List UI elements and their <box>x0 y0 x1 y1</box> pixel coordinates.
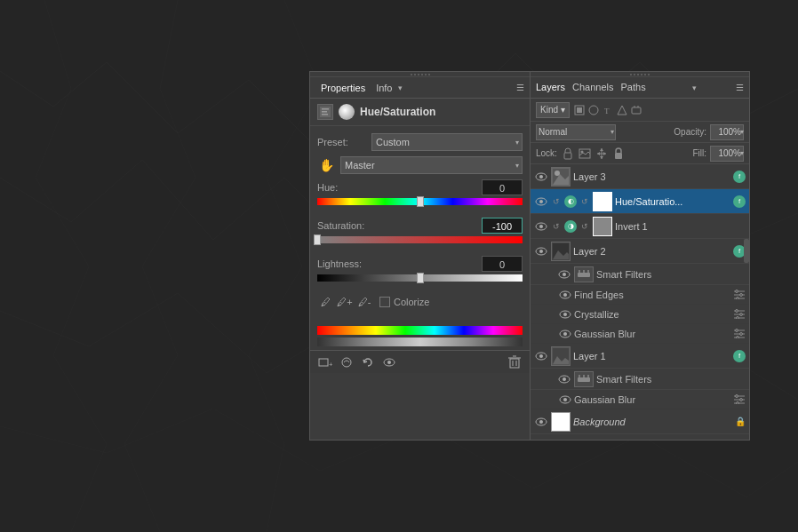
list-item[interactable]: Layer 3 f <box>531 164 749 189</box>
hand-tool-icon[interactable]: ✋ <box>317 156 335 174</box>
tab-properties[interactable]: Properties <box>315 81 371 95</box>
layer-fx4-circle-icon[interactable]: f <box>733 350 746 362</box>
saturation-slider-container[interactable] <box>317 236 523 249</box>
filter-visibility-icon[interactable] <box>559 328 571 340</box>
layer-visibility-icon[interactable] <box>557 267 571 282</box>
master-row: ✋ Master Reds Yellows Greens Cyans Blues… <box>317 156 523 174</box>
filter-type-icon[interactable]: T <box>602 104 614 116</box>
list-item[interactable]: Gaussian Blur <box>531 390 749 409</box>
preset-dropdown[interactable]: Custom Default <box>371 133 523 151</box>
list-item[interactable]: Layer 2 f <box>531 239 749 264</box>
lock-transparent-icon[interactable] <box>561 147 575 161</box>
saturation-slider-track[interactable] <box>317 236 523 243</box>
layer-visibility-icon[interactable] <box>534 244 548 258</box>
layer-fx-circle-icon[interactable]: f <box>733 171 746 183</box>
svg-rect-4 <box>319 359 328 366</box>
hue-slider-thumb[interactable] <box>417 196 424 207</box>
layer-link-icon[interactable]: ↺ <box>551 195 562 208</box>
hue-value[interactable]: 0 <box>482 179 523 195</box>
lightness-value[interactable]: 0 <box>482 256 523 272</box>
colorize-checkbox[interactable] <box>379 297 390 307</box>
filter-options-icon[interactable] <box>733 328 746 340</box>
layers-list[interactable]: Layer 3 f ↺ ◐ ↺ Hue/Saturatio... f <box>531 164 749 440</box>
tab-layers[interactable]: Layers <box>536 80 572 96</box>
layer-visibility-icon[interactable] <box>534 195 548 209</box>
filter-pixel-icon[interactable] <box>573 104 586 116</box>
list-item[interactable]: Crystallize <box>531 305 749 324</box>
layer-visibility-icon[interactable] <box>534 219 548 234</box>
eyedropper-add-icon[interactable]: 🖊+ <box>337 294 353 310</box>
layer-chain2-icon[interactable]: ↺ <box>579 195 590 208</box>
layer-visibility-icon[interactable] <box>534 415 548 429</box>
saturation-value[interactable]: -100 <box>482 218 523 234</box>
layers-menu-btn[interactable]: ☰ <box>736 83 744 92</box>
channel-dropdown[interactable]: Master Reds Yellows Greens Cyans Blues M… <box>340 156 523 174</box>
properties-toolbar: + <box>310 350 530 373</box>
filter-visibility-icon[interactable] <box>559 393 571 406</box>
filter-options-icon[interactable] <box>733 393 746 406</box>
layer-mask-thumbnail[interactable] <box>593 217 612 236</box>
filter-smart-icon[interactable] <box>630 104 642 116</box>
list-item[interactable]: Background 🔒 <box>531 409 749 434</box>
layer-chain3-icon[interactable]: ↺ <box>579 220 590 233</box>
list-item[interactable]: Gaussian Blur <box>531 324 749 344</box>
filter-visibility-icon[interactable] <box>559 308 571 321</box>
fill-input[interactable] <box>710 146 744 162</box>
add-to-mask-icon[interactable]: + <box>317 354 333 370</box>
list-item[interactable]: Find Edges <box>531 285 749 305</box>
filter-name: Gaussian Blur <box>574 329 730 339</box>
delete-icon[interactable] <box>507 354 523 370</box>
eyedropper-set-icon[interactable]: 🖊 <box>317 294 333 310</box>
lightness-slider-track[interactable] <box>317 274 523 282</box>
filter-adjustment-icon[interactable] <box>587 104 600 116</box>
hue-slider-track[interactable] <box>317 198 523 205</box>
svg-point-74 <box>737 336 739 338</box>
list-item[interactable]: Smart Filters <box>531 264 749 285</box>
list-item[interactable]: ↺ ◐ ↺ Hue/Saturatio... f <box>531 189 749 214</box>
tab-paths[interactable]: Paths <box>621 80 653 96</box>
layer-name: Layer 1 <box>573 351 730 361</box>
lightness-slider-thumb[interactable] <box>417 273 424 283</box>
clip-to-layer-icon[interactable] <box>339 354 355 370</box>
kind-dropdown[interactable]: Kind ▾ <box>536 102 570 118</box>
lock-image-icon[interactable] <box>578 147 592 161</box>
properties-panel-header: Properties Info ▾ ☰ <box>310 77 530 99</box>
list-item[interactable]: Layer 1 f <box>531 344 749 369</box>
tab-channels[interactable]: Channels <box>572 80 620 96</box>
svg-point-57 <box>740 293 743 296</box>
layer-mask-thumbnail[interactable] <box>593 192 612 211</box>
filter-shape-icon[interactable] <box>616 104 628 116</box>
blend-mode-dropdown[interactable]: Normal Dissolve Multiply Screen Overlay <box>536 124 616 140</box>
eyedropper-subtract-icon[interactable]: 🖊- <box>356 294 372 310</box>
list-item[interactable]: ↺ ◑ ↺ Invert 1 <box>531 214 749 239</box>
layer-link3-icon[interactable]: ↺ <box>551 220 562 233</box>
svg-marker-30 <box>603 152 606 155</box>
svg-rect-81 <box>578 377 590 382</box>
lock-fill-row: Lock: Fill: ▾ <box>531 143 749 164</box>
layers-panel-header: Layers Channels Paths ▾ ☰ <box>531 77 749 99</box>
layers-collapse-btn[interactable]: ▾ <box>692 83 697 92</box>
filter-options-icon[interactable] <box>733 308 746 321</box>
opacity-input[interactable] <box>710 124 744 140</box>
visibility-toggle-icon[interactable] <box>381 354 397 370</box>
panel-menu-btn[interactable]: ☰ <box>516 83 524 92</box>
layer-fx2-circle-icon[interactable]: f <box>733 195 746 208</box>
panel-collapse-btn[interactable]: ▾ <box>398 83 403 92</box>
filter-options-icon[interactable] <box>733 289 746 301</box>
hue-slider-container[interactable] <box>317 198 523 210</box>
tab-info[interactable]: Info <box>371 81 397 95</box>
saturation-slider-thumb[interactable] <box>314 234 321 245</box>
layer-name: Layer 2 <box>573 246 730 257</box>
layer-visibility-icon[interactable] <box>557 372 571 386</box>
filter-visibility-icon[interactable] <box>559 289 571 301</box>
preset-row: Preset: Custom Default ▾ <box>317 133 523 151</box>
list-item[interactable]: Smart Filters <box>531 369 749 390</box>
lightness-slider-container[interactable] <box>317 274 523 287</box>
lock-all-icon[interactable] <box>611 147 626 161</box>
lock-position-icon[interactable] <box>595 147 609 161</box>
svg-marker-18 <box>618 106 626 115</box>
layer-visibility-icon[interactable] <box>534 349 548 363</box>
reset-icon[interactable] <box>360 354 376 370</box>
colorize-checkbox-label[interactable]: Colorize <box>379 297 429 307</box>
layer-visibility-icon[interactable] <box>534 170 548 184</box>
